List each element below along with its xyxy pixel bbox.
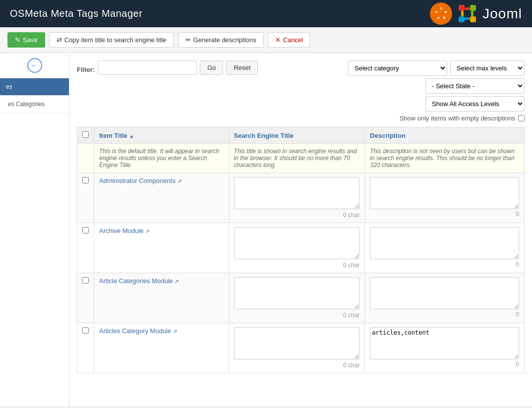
item-link-4[interactable]: Articles Category Module ➚ xyxy=(99,327,177,335)
col-search-label: Search Engine Title xyxy=(234,132,294,139)
external-link-icon-4: ➚ xyxy=(173,328,177,334)
sidebar-item-es-categories-label: es Categories xyxy=(8,101,45,108)
joomla-text: Jooml xyxy=(482,6,522,22)
row-checkbox-1[interactable] xyxy=(82,177,89,183)
search-engine-title-input-3[interactable] xyxy=(234,277,360,309)
select-all-checkbox[interactable] xyxy=(82,131,89,138)
filter-input[interactable] xyxy=(98,60,197,75)
search-char-count-1: 0 char xyxy=(234,211,360,219)
copy-label: Copy item title to search engine title xyxy=(64,36,167,44)
main-layout: ← es es Categories Filter: Go Reset xyxy=(0,53,532,407)
show-empty-row: Show only items with empty descriptions xyxy=(77,115,525,122)
svg-rect-3 xyxy=(459,5,465,11)
cancel-label: Cancel xyxy=(283,36,303,44)
table-row: Article Categories Module ➚ 0 char xyxy=(77,273,525,323)
table-row: Articles Category Module ➚ 0 char articl… xyxy=(77,323,525,373)
description-cell-1 xyxy=(370,177,519,211)
item-title-3: Article Categories Module xyxy=(99,277,173,285)
desc-char-count-3: 0 xyxy=(370,311,519,318)
copy-title-button[interactable]: ⇄ Copy item title to search engine title xyxy=(49,32,174,48)
cancel-button[interactable]: ✕ Cancel xyxy=(268,32,310,48)
access-levels-select[interactable]: Show All Access Levels xyxy=(425,96,525,112)
svg-rect-8 xyxy=(471,11,473,16)
info-search-text: This title is shown in search engine res… xyxy=(234,148,357,169)
sidebar-item-es[interactable]: es xyxy=(0,78,69,96)
save-button[interactable]: ✎ Save xyxy=(7,32,45,48)
search-engine-title-input-2[interactable] xyxy=(234,227,360,259)
search-engine-title-input-4[interactable] xyxy=(234,327,360,359)
table-row: Administrator Components ➚ 0 char xyxy=(77,173,525,223)
col-description[interactable]: Description xyxy=(365,127,525,144)
col-item-title[interactable]: Item Title ▲ xyxy=(94,127,229,144)
sidebar-back: ← xyxy=(0,53,69,78)
joomla-logo: Jooml xyxy=(430,2,522,25)
col-search-engine-title[interactable]: Search Engine Title xyxy=(229,127,365,144)
desc-char-count-1: 0 xyxy=(370,211,519,218)
svg-rect-4 xyxy=(470,5,476,11)
item-link-3[interactable]: Article Categories Module ➚ xyxy=(99,277,179,285)
sidebar: ← es es Categories xyxy=(0,53,69,407)
description-cell-4: articles,content xyxy=(370,327,519,361)
search-engine-title-input-1[interactable] xyxy=(234,177,360,209)
generate-label: Generate descriptions xyxy=(193,36,256,44)
generate-descriptions-button[interactable]: ✏ Generate descriptions xyxy=(178,32,264,48)
search-char-count-2: 0 char xyxy=(234,261,360,269)
info-search-cell: This title is shown in search engine res… xyxy=(229,144,365,173)
filter-label: Filter: xyxy=(77,62,95,73)
copy-icon: ⇄ xyxy=(57,36,62,44)
svg-rect-6 xyxy=(470,16,476,22)
sort-indicator: ▲ xyxy=(129,133,134,139)
svg-rect-5 xyxy=(459,16,465,22)
external-link-icon-3: ➚ xyxy=(175,278,179,284)
pencil-icon: ✏ xyxy=(185,36,191,44)
item-title-2: Archive Module xyxy=(99,227,144,234)
col-check xyxy=(77,127,94,144)
save-label: Save xyxy=(23,36,38,44)
reset-button[interactable]: Reset xyxy=(226,60,258,75)
row-checkbox-4[interactable] xyxy=(82,327,89,334)
show-empty-checkbox[interactable] xyxy=(518,115,525,121)
go-button[interactable]: Go xyxy=(200,60,223,75)
category-select[interactable]: Select category xyxy=(348,60,447,76)
back-button[interactable]: ← xyxy=(27,58,42,73)
item-title-1: Administrator Components xyxy=(99,177,176,184)
search-char-count-3: 0 char xyxy=(234,311,360,319)
desc-char-count-2: 0 xyxy=(370,261,519,268)
filters-section: Filter: Go Reset Select category xyxy=(77,60,525,122)
col-desc-label: Description xyxy=(370,132,406,139)
external-link-icon-1: ➚ xyxy=(177,178,182,184)
item-link-2[interactable]: Archive Module ➚ xyxy=(99,227,150,234)
app-title: OSMeta Meta Tags Manager xyxy=(10,8,142,19)
table-row: Archive Module ➚ 0 char xyxy=(77,223,525,273)
description-input-2[interactable] xyxy=(370,227,519,259)
col-title-label: Item Title xyxy=(99,132,127,139)
svg-rect-10 xyxy=(461,11,464,16)
row-checkbox-2[interactable] xyxy=(82,227,89,233)
search-engine-title-cell-3 xyxy=(234,277,360,311)
svg-rect-9 xyxy=(465,17,470,20)
search-engine-title-cell-4 xyxy=(234,327,360,361)
data-table: Item Title ▲ Search Engine Title Descrip… xyxy=(77,127,525,373)
external-link-icon-2: ➚ xyxy=(145,228,150,234)
search-char-count-4: 0 char xyxy=(234,361,360,369)
app-header: OSMeta Meta Tags Manager xyxy=(0,0,532,27)
search-engine-title-cell-1 xyxy=(234,177,360,211)
state-select[interactable]: - Select State - xyxy=(425,78,525,94)
joomla-star-icon xyxy=(430,2,452,25)
sidebar-item-es-categories[interactable]: es Categories xyxy=(0,96,69,113)
reset-label: Reset xyxy=(234,64,250,71)
description-input-4[interactable]: articles,content xyxy=(370,327,519,359)
item-link-1[interactable]: Administrator Components ➚ xyxy=(99,177,182,184)
description-input-1[interactable] xyxy=(370,177,519,209)
cancel-icon: ✕ xyxy=(275,36,281,44)
description-input-3[interactable] xyxy=(370,277,519,309)
desc-char-count-4: 0 xyxy=(370,361,519,368)
save-icon: ✎ xyxy=(15,36,20,44)
description-cell-3 xyxy=(370,277,519,311)
go-label: Go xyxy=(207,64,216,71)
max-levels-select[interactable]: Select max levels xyxy=(450,60,525,76)
search-engine-title-cell-2 xyxy=(234,227,360,261)
info-desc-cell: This description is not seen by users bu… xyxy=(365,144,525,173)
info-title-cell: This is the default title. It will appea… xyxy=(94,144,229,173)
row-checkbox-3[interactable] xyxy=(82,277,89,284)
